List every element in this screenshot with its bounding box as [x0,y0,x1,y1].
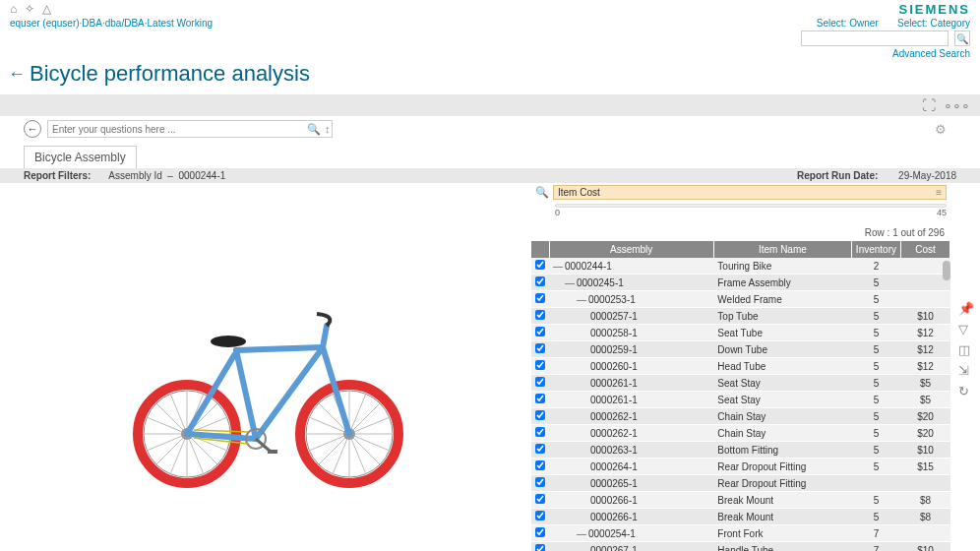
magnify-icon[interactable]: 🔍 [535,186,549,199]
data-table-scroll[interactable]: Assembly Item Name Inventory Cost —00002… [531,240,950,551]
filter-tool-icon[interactable]: ▽ [958,322,974,337]
table-row[interactable]: 0000260-1Head Tube5$12 [531,358,950,375]
advanced-search-link[interactable]: Advanced Search [892,48,970,59]
search-button[interactable]: 🔍 [954,31,970,46]
svg-line-44 [323,326,327,347]
chart-tool-icon[interactable]: ◫ [958,342,974,357]
report-filters-label: Report Filters: [24,170,91,181]
inventory-value: 7 [851,542,900,552]
table-row[interactable]: 0000259-1Down Tube5$12 [531,341,950,358]
cost-value [901,291,950,308]
row-checkbox[interactable] [535,377,545,387]
assembly-id: 0000257-1 [590,311,638,322]
tab-bicycle-assembly[interactable]: Bicycle Assembly [24,146,137,168]
viewport-3d[interactable] [0,183,531,551]
table-row[interactable]: 0000257-1Top Tube5$10 [531,308,950,325]
assembly-id: 0000262-1 [590,428,638,439]
refresh-tool-icon[interactable]: ↻ [958,384,974,398]
history-back-button[interactable]: ← [24,120,41,138]
row-checkbox[interactable] [535,460,545,470]
assembly-id: 0000244-1 [565,261,612,272]
row-checkbox[interactable] [535,477,545,487]
breadcrumb[interactable]: equser (equser)·DBA·dba/DBA·Latest Worki… [10,18,213,29]
table-row[interactable]: 0000266-1Break Mount5$8 [531,509,950,525]
question-input[interactable] [47,120,333,138]
assembly-id: 0000262-1 [590,411,638,422]
row-checkbox[interactable] [535,310,545,320]
row-checkbox[interactable] [535,260,545,270]
table-row[interactable]: 0000262-1Chain Stay5$20 [531,408,950,425]
export-tool-icon[interactable]: ⇲ [958,363,974,378]
inventory-value: 5 [851,341,900,358]
table-row[interactable]: 0000267-1Handle Tube7$10 [531,542,950,552]
select-owner-link[interactable]: Select: Owner [817,18,879,29]
row-checkbox[interactable] [535,544,545,551]
tree-toggle[interactable]: — [565,277,575,288]
pin-icon[interactable]: ✧ [25,2,34,16]
sort-icon[interactable]: ↕ [325,123,331,136]
more-icon[interactable]: ∘∘∘ [944,97,970,113]
row-checkbox[interactable] [535,343,545,353]
row-checkbox[interactable] [535,511,545,520]
home-icon[interactable]: ⌂ [10,2,17,16]
assembly-table: Assembly Item Name Inventory Cost —00002… [531,241,950,551]
table-row[interactable]: —0000244-1Touring Bike2 [531,258,950,275]
inventory-value: 5 [851,291,900,308]
row-checkbox[interactable] [535,276,545,286]
table-row[interactable]: —0000253-1Welded Frame5 [531,291,950,308]
table-row[interactable]: 0000261-1Seat Stay5$5 [531,392,950,408]
cost-value: $10 [901,542,950,552]
gear-icon[interactable]: ⚙ [935,122,947,137]
inventory-value: 2 [851,258,900,275]
row-checkbox[interactable] [535,360,545,370]
inventory-value: 5 [851,375,900,392]
slider-min: 0 [555,208,560,217]
inventory-value: 5 [851,392,900,408]
col-cost[interactable]: Cost [901,241,950,258]
assembly-id: 0000245-1 [577,277,624,288]
row-checkbox[interactable] [535,427,545,437]
table-row[interactable]: 0000266-1Break Mount5$8 [531,492,950,509]
table-row[interactable]: 0000265-1Rear Dropout Fitting [531,475,950,492]
row-checkbox[interactable] [535,444,545,454]
item-name: Head Tube [713,358,851,375]
back-arrow-icon[interactable]: ← [8,64,26,85]
rundate-label: Report Run Date: [797,170,878,181]
col-item[interactable]: Item Name [713,241,851,258]
row-checkbox[interactable] [535,293,545,303]
global-search-input[interactable] [801,31,949,46]
table-row[interactable]: 0000261-1Seat Stay5$5 [531,375,950,392]
select-category-link[interactable]: Select: Category [897,18,970,29]
row-checkbox[interactable] [535,527,545,537]
search-icon[interactable]: 🔍 [307,123,321,136]
item-name: Top Tube [713,308,851,325]
tree-toggle[interactable]: — [553,261,563,272]
col-inventory[interactable]: Inventory [851,241,900,258]
bell-icon[interactable]: △ [42,2,51,16]
table-row[interactable]: 0000264-1Rear Dropout Fitting5$15 [531,459,950,475]
row-checkbox[interactable] [535,494,545,504]
row-checkbox[interactable] [535,394,545,403]
tree-toggle[interactable]: — [577,528,586,539]
cost-value [901,525,950,542]
item-name: Frame Assembly [713,275,851,291]
table-row[interactable]: —0000254-1Front Fork7 [531,525,950,542]
item-name: Rear Dropout Fitting [713,475,851,492]
table-row[interactable]: 0000258-1Seat Tube5$12 [531,325,950,341]
tree-toggle[interactable]: — [577,294,586,305]
slider-menu-icon[interactable]: ≡ [936,187,942,198]
svg-line-7 [156,434,187,464]
table-row[interactable]: —0000245-1Frame Assembly5 [531,275,950,291]
svg-line-40 [236,347,323,350]
col-assembly[interactable]: Assembly [549,241,713,258]
svg-line-42 [187,355,234,434]
scrollbar-thumb[interactable] [943,261,950,280]
inventory-value: 5 [851,308,900,325]
table-row[interactable]: 0000263-1Bottom Fitting5$10 [531,442,950,459]
row-checkbox[interactable] [535,410,545,420]
pin-tool-icon[interactable]: 📌 [958,301,974,316]
row-checkbox[interactable] [535,327,545,337]
fullscreen-icon[interactable]: ⛶ [922,97,936,113]
table-row[interactable]: 0000262-1Chain Stay5$20 [531,425,950,442]
item-cost-slider[interactable] [555,204,947,208]
